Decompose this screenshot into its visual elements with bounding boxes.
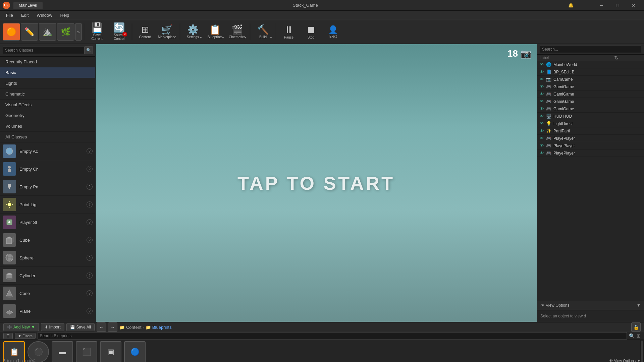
list-item[interactable]: Box Trig ? [0, 320, 95, 322]
outliner-item[interactable]: 👁 🎮 GamiGame [537, 90, 644, 98]
item-help-sphere[interactable]: ? [87, 255, 93, 261]
eye-icon[interactable]: 👁 [540, 106, 544, 111]
item-help-empty-ch[interactable]: ? [87, 166, 93, 172]
settings-btn[interactable]: ⚙️ Settings ▼ [182, 21, 204, 43]
outliner-item[interactable]: 👁 📘 BP_SEdit B [537, 68, 644, 76]
breadcrumb-blueprints[interactable]: Blueprints [152, 325, 172, 330]
list-item[interactable]: Cone ? [0, 285, 95, 302]
list-item[interactable]: Point Lig ? [0, 196, 95, 214]
view-options-btn[interactable]: 👁 View Options ▼ [537, 301, 644, 310]
item-help-point-lig[interactable]: ? [87, 201, 93, 207]
menu-edit[interactable]: Edit [18, 12, 32, 19]
nav-fwd-btn[interactable]: → [108, 322, 117, 332]
save-current-btn[interactable]: 💾 Save Current [86, 21, 108, 43]
category-lights[interactable]: Lights [0, 78, 95, 89]
content-thumb-5[interactable]: 🔵 [124, 341, 146, 362]
list-item[interactable]: Empty Ac ? [0, 142, 95, 160]
eye-icon[interactable]: 👁 [540, 128, 544, 133]
list-item[interactable]: Cube ? [0, 231, 95, 249]
menu-window[interactable]: Window [33, 12, 55, 19]
content-btn[interactable]: ⊞ Content [134, 21, 156, 43]
viewport[interactable]: 18 📷 TAP TO START [96, 44, 537, 322]
mode-pencil-btn[interactable]: ✏️ [21, 23, 38, 41]
outliner-item[interactable]: 👁 💡 LightDirect [537, 120, 644, 127]
eye-icon[interactable]: 👁 [540, 143, 544, 148]
filter-list-btn[interactable]: ☰ [3, 333, 13, 339]
list-item[interactable]: Plane ? [0, 302, 95, 320]
outliner-item[interactable]: 👁 🎮 PlayePlayer [537, 142, 644, 149]
eject-btn[interactable]: 👤 Eject [322, 21, 344, 43]
search-classes-input[interactable] [3, 47, 85, 54]
add-new-btn[interactable]: ➕ Add New ▼ [3, 323, 39, 331]
content-thumb-4[interactable]: ▣ [100, 341, 121, 362]
item-help-empty-pa[interactable]: ? [87, 184, 93, 190]
category-volumes[interactable]: Volumes [0, 121, 95, 132]
category-cinematic[interactable]: Cinematic [0, 89, 95, 100]
outliner-item[interactable]: 👁 🎮 GamiGame [537, 105, 644, 113]
eye-icon[interactable]: 👁 [540, 69, 544, 74]
lock-btn[interactable]: 🔒 [631, 322, 641, 332]
build-btn[interactable]: 🔨 Build ▼ [252, 21, 274, 43]
eye-icon[interactable]: 👁 [540, 84, 544, 89]
list-item[interactable]: Cylinder ? [0, 267, 95, 285]
search-blueprints-icon[interactable]: 🔍 [629, 333, 635, 339]
filters-btn[interactable]: ▼ Filters [15, 333, 36, 339]
eye-icon[interactable]: 👁 [540, 121, 544, 126]
eye-icon[interactable]: 👁 [540, 99, 544, 104]
item-help-empty-ac[interactable]: ? [87, 148, 93, 154]
eye-icon[interactable]: 👁 [540, 77, 544, 82]
category-visual-effects[interactable]: Visual Effects [0, 100, 95, 110]
eye-icon[interactable]: 👁 [540, 92, 544, 97]
outliner-search-input[interactable] [540, 46, 641, 53]
category-recently-placed[interactable]: Recently Placed [0, 57, 95, 67]
item-help-cylinder[interactable]: ? [87, 273, 93, 279]
maximize-btn[interactable]: □ [610, 0, 625, 11]
minimize-btn[interactable]: ─ [594, 0, 609, 11]
category-basic[interactable]: Basic [0, 67, 95, 78]
mode-foliage-btn[interactable]: 🌿 [57, 23, 74, 41]
outliner-item[interactable]: 👁 ✨ PartiParti [537, 127, 644, 135]
expand-content-icon[interactable]: ⊞ [637, 333, 641, 339]
outliner-item[interactable]: 👁 🎮 PlayePlayer [537, 149, 644, 157]
blueprints-btn[interactable]: 📋 Blueprints ▼ [204, 21, 226, 43]
list-item[interactable]: Empty Ch ? [0, 160, 95, 178]
menu-help[interactable]: Help [57, 12, 73, 19]
list-item[interactable]: Sphere ? [0, 249, 95, 267]
outliner-item[interactable]: 👁 🎮 PlayePlayer [537, 135, 644, 142]
outliner-item[interactable]: 👁 🌐 MainLeWorld [537, 61, 644, 68]
stop-btn[interactable]: ⏹ Stop [300, 21, 322, 43]
pause-btn[interactable]: ⏸ Pause [278, 21, 300, 43]
outliner-item[interactable]: 👁 🎮 GamiGame [537, 83, 644, 90]
item-help-cube[interactable]: ? [87, 237, 93, 243]
search-blueprints-input[interactable] [38, 332, 627, 340]
mode-landscape-btn[interactable]: ⛰️ [39, 23, 56, 41]
main-level-tab[interactable]: MainLevel [13, 2, 43, 9]
marketplace-btn[interactable]: 🛒 Marketplace [156, 21, 178, 43]
import-btn[interactable]: ⬇ Import [41, 323, 64, 331]
outliner-item[interactable]: 👁 📷 CamCame [537, 76, 644, 83]
list-item[interactable]: Empty Pa ? [0, 178, 95, 196]
eye-icon[interactable]: 👁 [540, 150, 544, 156]
content-thumb-3[interactable]: ⬛ [76, 341, 97, 362]
category-geometry[interactable]: Geometry [0, 110, 95, 121]
cinematics-btn[interactable]: 🎬 Cinematics ▼ [226, 21, 248, 43]
source-control-btn[interactable]: 🔄 Source Control ✕ [108, 21, 130, 43]
outliner-item[interactable]: 👁 🖥️ HUD HUD [537, 113, 644, 120]
content-thumb-2[interactable]: ▬ [52, 341, 73, 362]
search-classes-btn[interactable]: 🔍 [85, 46, 93, 54]
close-btn[interactable]: ✕ [626, 0, 641, 11]
item-help-cone[interactable]: ? [87, 290, 93, 296]
mode-sphere-btn[interactable]: 🟠 [3, 23, 20, 41]
outliner-item[interactable]: 👁 🎮 GamiGame [537, 98, 644, 105]
breadcrumb-content[interactable]: Content [126, 325, 142, 330]
notification-icon[interactable]: 🔔 [568, 3, 574, 8]
save-all-btn[interactable]: 💾 Save All [66, 323, 95, 331]
menu-file[interactable]: File [3, 12, 16, 19]
eye-icon[interactable]: 👁 [540, 62, 544, 67]
bottom-view-options-btn[interactable]: 👁 View Options ▼ [609, 359, 641, 362]
category-all-classes[interactable]: All Classes [0, 132, 95, 142]
item-help-plane[interactable]: ? [87, 308, 93, 314]
nav-back-btn[interactable]: ← [97, 322, 106, 332]
expand-modes-btn[interactable]: » [75, 23, 82, 41]
eye-icon[interactable]: 👁 [540, 114, 544, 119]
